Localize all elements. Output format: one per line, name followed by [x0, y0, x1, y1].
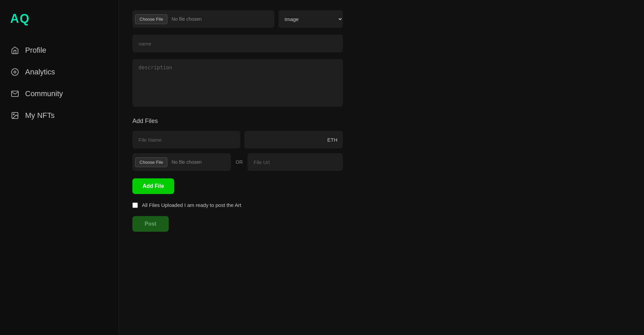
- description-textarea[interactable]: [132, 59, 343, 107]
- sidebar-item-label-community: Community: [25, 89, 63, 98]
- file-fields-row: ETH: [132, 131, 343, 148]
- name-input[interactable]: [132, 35, 343, 52]
- sidebar-item-analytics[interactable]: Analytics: [0, 61, 118, 83]
- analytics-icon: [10, 67, 20, 77]
- main-file-row: Choose File No file chosen Image Video A…: [132, 10, 343, 28]
- svg-point-0: [12, 69, 18, 75]
- sidebar: AQ Profile Analytics: [0, 0, 119, 335]
- sidebar-item-label-profile: Profile: [25, 46, 46, 55]
- nfts-icon: [10, 111, 20, 120]
- checkbox-label: All Files Uploaded I am ready to post th…: [142, 202, 241, 208]
- main-choose-file-button[interactable]: Choose File: [135, 14, 167, 24]
- logo: AQ: [0, 8, 118, 39]
- add-file-button[interactable]: Add File: [132, 178, 174, 194]
- form-section: Choose File No file chosen Image Video A…: [132, 10, 343, 232]
- post-button[interactable]: Post: [132, 216, 169, 232]
- community-icon: [10, 89, 20, 99]
- checkbox-row: All Files Uploaded I am ready to post th…: [132, 202, 343, 208]
- add-files-heading: Add Files: [132, 118, 343, 125]
- file-type-select[interactable]: Image Video Audio 3D Model: [278, 10, 343, 28]
- or-label: OR: [236, 159, 243, 165]
- secondary-choose-file-button[interactable]: Choose File: [135, 157, 167, 167]
- sidebar-item-community[interactable]: Community: [0, 83, 118, 105]
- eth-input-wrapper: ETH: [244, 131, 343, 148]
- logo-text: AQ: [10, 12, 30, 25]
- sidebar-item-label-analytics: Analytics: [25, 68, 55, 76]
- ready-checkbox[interactable]: [132, 202, 138, 208]
- home-icon: [10, 46, 20, 55]
- main-file-input-wrapper: Choose File No file chosen: [132, 10, 274, 28]
- sidebar-item-my-nfts[interactable]: My NFTs: [0, 105, 118, 126]
- main-content: Choose File No file chosen Image Video A…: [119, 0, 644, 335]
- main-no-file-text: No file chosen: [170, 16, 202, 22]
- nav: Profile Analytics Community: [0, 39, 118, 126]
- file-or-url-row: Choose File No file chosen OR: [132, 153, 343, 171]
- secondary-file-input-wrapper: Choose File No file chosen: [132, 153, 231, 171]
- file-name-input[interactable]: [132, 131, 240, 148]
- svg-point-1: [14, 71, 16, 73]
- eth-label: ETH: [327, 137, 337, 143]
- sidebar-item-profile[interactable]: Profile: [0, 39, 118, 61]
- file-url-input[interactable]: [247, 153, 343, 171]
- svg-point-3: [13, 114, 14, 115]
- sidebar-item-label-nfts: My NFTs: [25, 111, 55, 120]
- secondary-no-file-text: No file chosen: [170, 159, 202, 165]
